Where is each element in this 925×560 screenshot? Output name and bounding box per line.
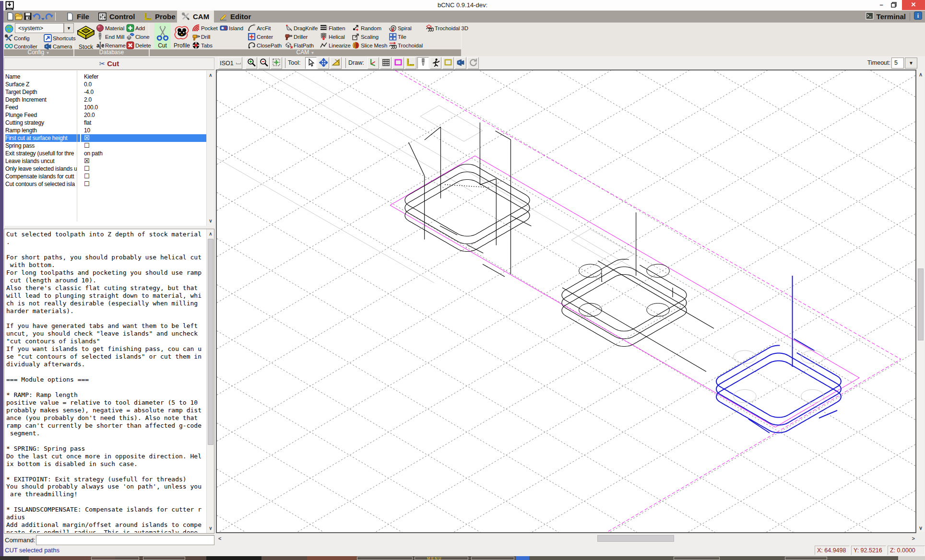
view-select[interactable]: ISO1 — [218, 57, 242, 69]
row-value[interactable]: 100.0 — [81, 104, 206, 111]
ribbon-item-tile[interactable]: Tile — [389, 33, 406, 41]
ribbon-item-rename[interactable]: aeRename — [96, 41, 126, 49]
table-row-12[interactable]: Leave islands uncut☒ — [4, 157, 206, 165]
ribbon-item-linearize[interactable]: Linearize — [320, 41, 351, 49]
ribbon-item-center[interactable]: Center — [248, 33, 273, 41]
table-row-8[interactable]: Ramp length10 — [4, 127, 206, 134]
scroll-down-icon[interactable]: ∨ — [207, 525, 214, 532]
tab-probe[interactable]: Probe — [139, 11, 180, 23]
ribbon-item-config[interactable]: Config — [5, 34, 30, 42]
row-value[interactable]: 20.0 — [81, 111, 206, 119]
ribbon-item-slice-mesh[interactable]: Slice Mesh — [352, 41, 387, 49]
tab-editor[interactable]: Editor — [214, 11, 256, 23]
ribbon-item-spiral[interactable]: Spiral — [389, 24, 412, 32]
ribbon-item-camera[interactable]: Camera — [44, 42, 72, 50]
scroll-left-icon[interactable]: < — [218, 536, 221, 541]
ribbon-item-delete[interactable]: Delete — [126, 41, 151, 49]
table-row-2[interactable]: Surface Z0.0 — [4, 81, 206, 88]
ribbon-item-shortcuts[interactable]: Shortcuts — [44, 34, 76, 42]
scroll-up-icon[interactable]: ∧ — [919, 71, 923, 78]
ribbon-item-end-mill[interactable]: End Mill — [96, 33, 124, 41]
maximize-button[interactable] — [888, 0, 900, 10]
ribbon-item-pocket[interactable]: Pocket — [192, 24, 218, 32]
ribbon-item-cut[interactable]: Cut — [154, 23, 171, 49]
system-combobox-dropdown[interactable]: ▼ — [64, 23, 74, 33]
table-column-divider[interactable] — [77, 70, 77, 222]
row-checkbox[interactable]: ☐ — [81, 180, 206, 188]
scroll-thumb[interactable] — [208, 239, 213, 445]
open-icon[interactable] — [14, 12, 23, 21]
system-combobox[interactable]: <system> — [15, 23, 64, 33]
help-scrollbar[interactable]: ∧ ∨ — [206, 229, 214, 533]
row-checkbox[interactable]: ☐ — [81, 173, 206, 180]
draw-refresh-button[interactable] — [467, 57, 479, 69]
draw-grid-button[interactable] — [380, 57, 391, 69]
ribbon-item-flatpath[interactable]: FlatPath — [285, 41, 314, 49]
redo-icon[interactable] — [45, 12, 54, 21]
table-row-1[interactable]: NameKiefer — [4, 73, 206, 81]
draw-axes-button[interactable] — [368, 57, 379, 69]
ribbon-item-random[interactable]: Random — [352, 24, 381, 32]
row-value[interactable]: on path — [81, 150, 206, 157]
ribbon-item-helical[interactable]: Helical — [320, 33, 345, 41]
ribbon-item-trochoidal-3d[interactable]: Trochoidal 3D — [426, 24, 468, 32]
table-row-5[interactable]: Feed100.0 — [4, 104, 206, 111]
ribbon-item-driller[interactable]: Driller — [285, 33, 308, 41]
pan-move-button[interactable] — [318, 57, 329, 69]
coordinate-y[interactable]: Y: 92.5216 — [851, 546, 886, 555]
select-pointer-button[interactable] — [305, 57, 317, 69]
scroll-right-icon[interactable]: > — [912, 536, 915, 541]
info-icon[interactable]: i — [914, 12, 922, 22]
row-value[interactable]: -4.0 — [81, 88, 206, 96]
group-label-cam[interactable]: CAM ▼ — [150, 49, 461, 56]
row-checkbox[interactable]: ☒ — [81, 134, 206, 142]
table-row-9[interactable]: First cut at surface height☒ — [4, 134, 206, 142]
row-value[interactable]: Kiefer — [81, 73, 206, 81]
ribbon-item-add[interactable]: Add — [126, 24, 145, 32]
ribbon-item-island[interactable]: Island — [220, 24, 243, 32]
scroll-thumb[interactable] — [597, 535, 674, 542]
row-checkbox[interactable]: ☐ — [81, 165, 206, 173]
scroll-thumb[interactable] — [918, 268, 924, 340]
scroll-up-icon[interactable]: ∧ — [207, 230, 214, 238]
ribbon-item-material[interactable]: Material — [96, 24, 124, 32]
row-checkbox[interactable]: ☒ — [81, 157, 206, 165]
save-icon[interactable] — [24, 12, 32, 21]
close-button[interactable]: ✕ — [902, 0, 925, 10]
row-value[interactable]: 2.0 — [81, 96, 206, 104]
tab-cam[interactable]: CAM — [177, 11, 214, 23]
canvas-vertical-scrollbar[interactable]: ∧ ∨ — [917, 70, 925, 532]
table-row-7[interactable]: Cutting strategyflat — [4, 119, 206, 127]
draw-margin-button[interactable] — [392, 57, 404, 69]
undo-list-icon[interactable] — [41, 14, 45, 23]
draw-moves-button[interactable] — [430, 57, 441, 69]
table-row-10[interactable]: Spring pass☐ — [4, 142, 206, 150]
ribbon-item-trochoidal[interactable]: Trochoidal — [389, 41, 423, 49]
timeout-value[interactable]: 5 — [891, 58, 904, 69]
scroll-down-icon[interactable]: ∨ — [919, 525, 923, 531]
scroll-down-icon[interactable]: ∨ — [207, 217, 214, 225]
coordinate-z[interactable]: Z: 0.0000 — [888, 546, 925, 555]
table-row-14[interactable]: Compensate islands for cutt☐ — [4, 173, 206, 180]
draw-ruler-button[interactable] — [405, 57, 416, 69]
zoom-fit-button[interactable] — [271, 57, 282, 69]
row-value[interactable]: 0.0 — [81, 81, 206, 88]
ribbon-item-arcfit[interactable]: ArcFit — [248, 24, 271, 32]
timeout-dropdown[interactable]: ▼ — [905, 58, 917, 69]
ribbon-item-clone[interactable]: Clone — [126, 33, 150, 41]
table-row-3[interactable]: Target Depth-4.0 — [4, 88, 206, 96]
cnc-canvas[interactable] — [216, 70, 916, 533]
zoom-in-button[interactable] — [246, 57, 257, 69]
ribbon-item-dragknife[interactable]: DragKnife — [285, 24, 318, 32]
table-scrollbar[interactable]: ∧ ∨ — [206, 70, 214, 226]
undo-icon[interactable] — [32, 12, 41, 21]
ribbon-item-tabs[interactable]: Tabs — [192, 41, 213, 49]
canvas-horizontal-scrollbar[interactable]: < > — [217, 534, 916, 544]
ribbon-item-profile[interactable]: Profile — [172, 23, 192, 49]
row-value[interactable]: 10 — [81, 127, 206, 134]
ruler-gauge-button[interactable] — [330, 57, 342, 69]
table-row-13[interactable]: Only leave selected islands u☐ — [4, 165, 206, 173]
group-label-config[interactable]: Config ▼ — [4, 49, 73, 56]
draw-camera-button[interactable] — [455, 57, 466, 69]
table-row-6[interactable]: Plunge Feed20.0 — [4, 111, 206, 119]
